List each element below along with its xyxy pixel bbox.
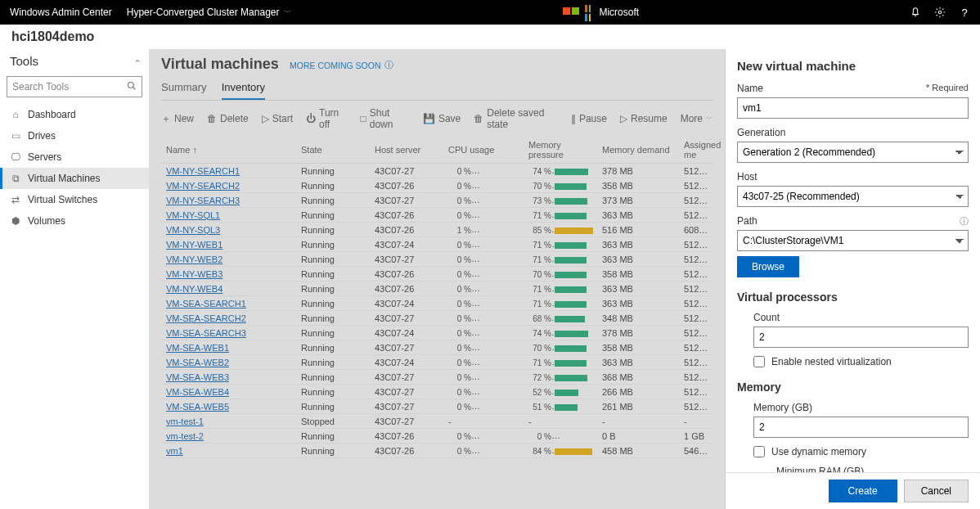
table-row[interactable]: VM-SEA-SEARCH1Running43C07-240 %71 %363 …	[161, 296, 713, 311]
host-select[interactable]: 43c07-25 (Recommended)	[737, 186, 969, 207]
table-row[interactable]: VM-SEA-WEB3Running43C07-270 %72 %368 MB5…	[161, 370, 713, 385]
vm-link[interactable]: VM-SEA-SEARCH2	[166, 313, 246, 323]
table-row[interactable]: VM-NY-SEARCH3Running43C07-270 %73 %373 M…	[161, 193, 713, 208]
create-button[interactable]: Create	[829, 480, 897, 502]
column-header[interactable]: Memory demand	[597, 137, 679, 164]
vm-link[interactable]: VM-SEA-WEB5	[166, 402, 229, 412]
table-row[interactable]: VM-NY-WEB4Running43C07-260 %71 %363 MB51…	[161, 282, 713, 296]
new-button[interactable]: ＋New	[161, 112, 194, 126]
save-button[interactable]: 💾Save	[423, 113, 461, 124]
tools-search[interactable]: Search Tools	[7, 76, 142, 97]
table-row[interactable]: VM-NY-SEARCH2Running43C07-260 %70 %358 M…	[161, 178, 713, 193]
sidebar-item-drives[interactable]: ▭Drives	[0, 125, 149, 146]
table-row[interactable]: vm-test-1Stopped43C07-27----	[161, 414, 713, 429]
sidebar-item-dashboard[interactable]: ⌂Dashboard	[0, 104, 149, 125]
vm-name-input[interactable]	[737, 97, 969, 119]
vm-link[interactable]: vm1	[166, 446, 183, 456]
vm-memory-demand: 363 MB	[597, 296, 679, 311]
vm-memory-pressure: 71 %	[524, 252, 597, 267]
column-header[interactable]: Name ↑	[161, 137, 296, 164]
table-row[interactable]: VM-NY-SQL1Running43C07-260 %71 %363 MB51…	[161, 208, 713, 223]
vm-link[interactable]: VM-NY-SEARCH3	[166, 196, 240, 205]
sidebar-item-volumes[interactable]: ⬢Volumes	[0, 210, 149, 232]
table-row[interactable]: vm1Running43C07-260 %84 %458 MB546 MB	[161, 444, 713, 458]
vm-host: 43C07-24	[370, 326, 443, 340]
vm-link[interactable]: VM-NY-SEARCH1	[166, 166, 240, 176]
bell-icon[interactable]	[910, 7, 921, 18]
table-row[interactable]: VM-SEA-WEB2Running43C07-240 %71 %363 MB5…	[161, 355, 713, 370]
vm-link[interactable]: vm-test-2	[166, 431, 204, 441]
gear-icon[interactable]	[934, 7, 946, 18]
more-coming-link[interactable]: MORE COMING SOON ⓘ	[290, 60, 393, 71]
tab-summary[interactable]: Summary	[161, 81, 207, 100]
vm-link[interactable]: VM-NY-SQL1	[166, 210, 220, 220]
vm-state: Running	[296, 444, 370, 458]
cancel-button[interactable]: Cancel	[904, 480, 969, 502]
table-row[interactable]: VM-NY-SEARCH1Running43C07-270 %74 %378 M…	[161, 164, 713, 178]
table-row[interactable]: VM-SEA-SEARCH2Running43C07-270 %68 %348 …	[161, 311, 713, 326]
column-header[interactable]: CPU usage	[443, 137, 524, 164]
vm-link[interactable]: VM-NY-SQL3	[166, 225, 220, 235]
vm-state: Running	[296, 208, 370, 223]
table-row[interactable]: VM-SEA-WEB1Running43C07-270 %70 %358 MB5…	[161, 340, 713, 355]
count-input[interactable]	[753, 327, 969, 348]
pause-icon: ‖	[571, 113, 576, 124]
more-button[interactable]: More ﹀	[681, 113, 713, 124]
column-header[interactable]: State	[296, 137, 370, 164]
vm-host: 43C07-27	[370, 193, 443, 208]
memory-input[interactable]	[753, 417, 969, 438]
vm-link[interactable]: VM-NY-WEB3	[166, 269, 223, 279]
table-row[interactable]: VM-SEA-WEB5Running43C07-270 %51 %261 MB5…	[161, 399, 713, 414]
start-button[interactable]: ▷Start	[262, 113, 293, 124]
column-header[interactable]: Host server	[370, 137, 443, 164]
sidebar-item-virtual-machines[interactable]: ⧉Virtual Machines	[0, 168, 149, 189]
vm-link[interactable]: VM-NY-WEB2	[166, 254, 223, 264]
path-select[interactable]: C:\ClusterStorage\VM1	[737, 230, 969, 251]
vm-tabs: Summary Inventory	[161, 81, 713, 101]
vm-link[interactable]: VM-NY-WEB1	[166, 240, 223, 250]
tab-inventory[interactable]: Inventory	[222, 81, 265, 100]
table-row[interactable]: VM-SEA-WEB4Running43C07-270 %52 %266 MB5…	[161, 385, 713, 399]
column-header[interactable]: Memory pressure	[524, 137, 597, 164]
sidebar-item-label: Volumes	[28, 215, 65, 227]
sidebar-item-virtual-switches[interactable]: ⇄Virtual Switches	[0, 189, 149, 210]
sidebar-item-servers[interactable]: 🖵Servers	[0, 146, 149, 168]
vm-link[interactable]: VM-SEA-SEARCH3	[166, 328, 246, 338]
vm-link[interactable]: vm-test-1	[166, 417, 204, 426]
vm-link[interactable]: VM-SEA-WEB3	[166, 372, 229, 382]
resume-icon: ▷	[620, 113, 627, 124]
vm-link[interactable]: VM-NY-SEARCH2	[166, 181, 240, 191]
collapse-icon[interactable]: ‹	[133, 60, 142, 62]
vm-link[interactable]: VM-SEA-SEARCH1	[166, 299, 246, 309]
vm-link[interactable]: VM-NY-WEB4	[166, 284, 223, 294]
delete-saved-button[interactable]: 🗑Delete saved state	[474, 107, 558, 130]
vm-link[interactable]: VM-SEA-WEB4	[166, 387, 229, 397]
vm-memory-pressure: 85 %	[524, 223, 597, 237]
table-row[interactable]: VM-SEA-SEARCH3Running43C07-240 %74 %378 …	[161, 326, 713, 340]
vm-state: Running	[296, 429, 370, 444]
table-row[interactable]: VM-NY-WEB1Running43C07-240 %71 %363 MB51…	[161, 237, 713, 252]
pause-button[interactable]: ‖Pause	[571, 113, 607, 124]
browse-button[interactable]: Browse	[737, 256, 799, 277]
generation-select[interactable]: Generation 2 (Recommended)	[737, 142, 969, 163]
table-row[interactable]: vm-test-2Running43C07-260 %0 %0 B1 GB	[161, 429, 713, 444]
table-row[interactable]: VM-NY-WEB3Running43C07-260 %70 %358 MB51…	[161, 267, 713, 282]
delete-button[interactable]: 🗑Delete	[207, 113, 249, 124]
table-row[interactable]: VM-NY-SQL3Running43C07-261 %85 %516 MB60…	[161, 223, 713, 237]
vm-host: 43C07-27	[370, 340, 443, 355]
vm-memory-demand: 368 MB	[597, 370, 679, 385]
table-row[interactable]: VM-NY-WEB2Running43C07-270 %71 %363 MB51…	[161, 252, 713, 267]
shutdown-button[interactable]: □Shut down	[360, 107, 409, 130]
play-icon: ▷	[262, 113, 269, 124]
vm-link[interactable]: VM-SEA-WEB2	[166, 358, 229, 367]
turnoff-button[interactable]: ⏻Turn off	[306, 107, 347, 130]
vm-link[interactable]: VM-SEA-WEB1	[166, 343, 229, 353]
dynmem-checkbox[interactable]: Use dynamic memory	[753, 446, 969, 457]
page-title: Virtual machines	[161, 56, 279, 72]
column-header[interactable]: Assigned me	[679, 137, 713, 164]
resume-button[interactable]: ▷Resume	[620, 113, 668, 124]
context-switcher[interactable]: Hyper-Converged Cluster Manager ﹀	[127, 7, 292, 18]
nested-checkbox[interactable]: Enable nested virtualization	[753, 356, 969, 367]
info-icon[interactable]: ⓘ	[960, 215, 969, 227]
help-icon[interactable]: ?	[959, 7, 970, 18]
